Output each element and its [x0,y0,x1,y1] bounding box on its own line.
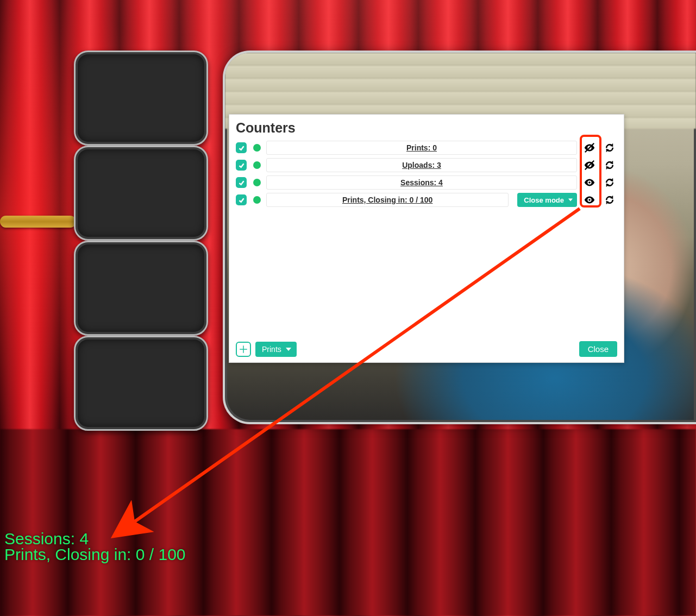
thumbnail-slot-3[interactable] [74,241,208,336]
counter-type-select[interactable]: Prints [255,342,297,357]
counter-enabled-checkbox[interactable] [236,194,247,205]
visibility-toggle[interactable] [581,177,598,188]
counter-enabled-checkbox[interactable] [236,142,247,153]
overlay-status: Sessions: 4 Prints, Closing in: 0 / 100 [4,531,186,563]
counter-label-cell[interactable]: Uploads: 3 [266,158,577,172]
visibility-toggle[interactable] [581,159,598,171]
overlay-status-sessions: Sessions: 4 [4,531,186,547]
reset-counter[interactable] [602,160,617,171]
eye-icon [584,177,595,188]
svg-point-3 [588,199,591,201]
status-dot-icon [253,161,261,169]
counters-modal: Counters Prints: 0 [229,114,624,363]
counter-row: Uploads: 3 [236,156,617,174]
counter-label[interactable]: Prints: 0 [406,143,437,152]
curtain-lower [0,429,696,616]
counter-row: Prints: 0 [236,139,617,156]
close-button[interactable]: Close [579,341,617,357]
close-mode-label: Close mode [524,196,564,204]
reset-counter[interactable] [602,194,617,205]
svg-point-2 [588,181,591,184]
overlay-status-prints-closing: Prints, Closing in: 0 / 100 [4,546,186,563]
close-mode-select[interactable]: Close mode [517,193,577,207]
counter-label-cell[interactable]: Sessions: 4 [266,175,577,190]
counter-label[interactable]: Prints, Closing in: 0 / 100 [342,196,432,204]
counter-label-cell[interactable]: Prints, Closing in: 0 / 100 [266,193,509,207]
counter-label[interactable]: Sessions: 4 [400,178,443,187]
counter-label-cell[interactable]: Prints: 0 [266,141,577,155]
eye-icon [584,194,595,206]
counter-row: Sessions: 4 [236,174,617,191]
refresh-icon [604,160,615,171]
visibility-toggle[interactable] [581,194,598,206]
counter-enabled-checkbox[interactable] [236,177,247,188]
refresh-icon [604,194,615,205]
refresh-icon [604,142,615,153]
curtain-rope [0,216,76,228]
refresh-icon [604,177,615,188]
status-dot-icon [253,179,261,186]
counter-enabled-checkbox[interactable] [236,160,247,171]
counter-rows: Prints: 0 Uploads: 3 [236,139,617,341]
status-dot-icon [253,144,261,152]
thumbnail-slot-2[interactable] [74,146,208,241]
modal-footer: Prints Close [236,341,617,357]
counter-row: Prints, Closing in: 0 / 100 Close mode [236,191,617,209]
add-counter-button[interactable] [236,342,251,357]
plus-icon [239,344,248,354]
thumbnail-slot-1[interactable] [74,51,208,146]
visibility-toggle[interactable] [581,142,598,154]
reset-counter[interactable] [602,142,617,153]
modal-title: Counters [236,120,617,136]
counter-label[interactable]: Uploads: 3 [402,161,441,169]
reset-counter[interactable] [602,177,617,188]
eye-hidden-icon [584,159,595,171]
eye-hidden-icon [584,142,595,154]
counter-type-label: Prints [262,345,281,354]
thumbnail-slot-4[interactable] [74,336,208,431]
status-dot-icon [253,196,261,204]
